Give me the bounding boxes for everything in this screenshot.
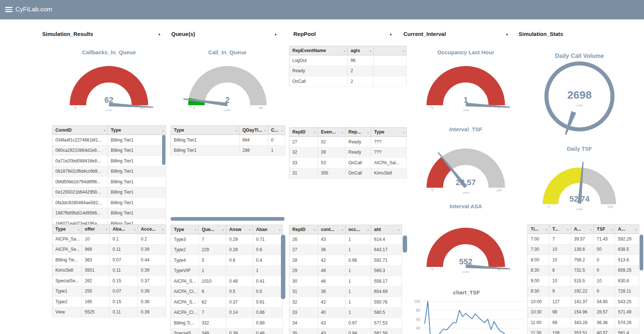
table-row[interactable]: 27361643.17 — [289, 245, 402, 256]
queue-horizontal-scrollbar[interactable] — [171, 217, 285, 221]
table-row[interactable]: 8:308731.50659.25 — [528, 265, 639, 276]
table-row[interactable]: 33401580.5 — [289, 308, 402, 318]
table-row[interactable]: SpecialSe...2620.150.37 — [52, 276, 166, 286]
column-header-offer[interactable]: offer▲ — [82, 225, 110, 234]
table-row[interactable]: 31355OnCallKimsSkill — [289, 168, 407, 179]
table-row[interactable]: 9:309192.220728.11 — [528, 286, 639, 297]
queue-stats-vertical-scrollbar[interactable] — [281, 235, 285, 299]
table-row[interactable]: KimsSkill35010.110.39 — [52, 265, 166, 276]
column-header-a[interactable]: A...▲ — [615, 225, 639, 234]
table-row[interactable]: 31361654.69 — [289, 287, 402, 297]
table-row[interactable]: 7:3010139.650638.5 — [528, 245, 639, 255]
table-row[interactable]: 7:00739.5771.43592.29 — [528, 234, 639, 245]
column-header-blank[interactable]: ▲ — [374, 46, 407, 55]
table-row[interactable]: 29461569.3 — [289, 266, 402, 276]
column-header-type[interactable]: Type▲ — [171, 126, 239, 135]
column-header-type[interactable]: Type▲ — [171, 225, 199, 234]
table-row[interactable]: AICPA_Cl...60.50.5 — [171, 287, 283, 297]
column-header-type[interactable]: Type▲ — [108, 126, 166, 135]
table-row[interactable]: 0b1879d2cf6d4cc6b9...Billing Tier1 — [52, 166, 166, 177]
column-header-aban[interactable]: Aban▲ — [253, 225, 283, 234]
table-row[interactable]: AICPA_Se...9690.110.39 — [52, 245, 166, 255]
table-row[interactable]: Billing Tier16640 — [171, 135, 285, 146]
panel-collapse-icon[interactable]: ▲ — [158, 32, 161, 36]
table-row[interactable]: AICPA_Sa...100.10.2 — [52, 234, 166, 245]
table-row[interactable]: SpecialS...3490.390.48 — [171, 329, 283, 334]
column-header-c[interactable]: C...▲ — [268, 126, 285, 135]
column-header-type[interactable]: Type▲ — [371, 128, 407, 136]
conn-table-vertical-scrollbar[interactable] — [162, 135, 165, 165]
column-header-aht[interactable]: aht▲ — [371, 225, 402, 234]
table-row[interactable]: 3239Ready??? — [289, 147, 407, 158]
column-header-tsf[interactable]: TSF▲ — [594, 225, 615, 234]
table-row[interactable]: 1887fb89fa514d9586...Billing Tier1 — [52, 208, 166, 219]
table-row[interactable]: LogOut96 — [289, 55, 407, 66]
table-cell: 0.6 — [253, 245, 283, 255]
column-header-que[interactable]: Que...▲ — [199, 225, 226, 234]
column-header-a[interactable]: A...▲ — [571, 225, 594, 234]
column-header-even[interactable]: Even...▲ — [318, 128, 345, 136]
column-header-cont[interactable]: cont...▲ — [318, 225, 345, 234]
table-row[interactable]: 11:30106353.5140.57561.4 — [528, 328, 639, 334]
table-row[interactable]: Billing Ti...3320.89 — [171, 318, 283, 329]
table-cell: 34.65 — [594, 297, 615, 307]
table-row[interactable]: 26431614.4 — [289, 234, 402, 245]
column-header-acce[interactable]: Acce...▲ — [138, 225, 166, 234]
table-row[interactable]: 35430.94561.58 — [289, 329, 402, 334]
table-row[interactable]: Type22290.280.6 — [171, 245, 283, 256]
column-header-repid[interactable]: RepID▲ — [289, 128, 318, 136]
table-row[interactable]: 11:0099343.2836.36574.26 — [528, 318, 639, 328]
table-row[interactable]: AICPA_Cl...70.140.86 — [171, 308, 283, 318]
column-header-qdayti[interactable]: QDayTi...▲ — [239, 126, 268, 135]
column-header-repid[interactable]: RepID▲ — [289, 225, 318, 234]
column-header-connid[interactable]: ConnID▲ — [52, 126, 108, 135]
table-row[interactable]: 0fa3dc9280464ae582...Billing Tier1 — [52, 198, 166, 208]
table-row[interactable]: Type21650.150.38 — [52, 297, 166, 307]
panel-collapse-icon[interactable]: ▲ — [389, 32, 392, 36]
table-row[interactable]: 32421550.76 — [289, 297, 402, 308]
column-header-rep[interactable]: Rep...▲ — [345, 128, 371, 136]
table-cell: 0 — [594, 265, 615, 276]
table-row[interactable]: TypeVIP11 — [171, 266, 283, 276]
column-header-occ[interactable]: occ...▲ — [345, 225, 371, 234]
table-row[interactable]: 34430.97577.53 — [289, 318, 402, 329]
column-header-ti[interactable]: Ti...▲ — [528, 225, 549, 234]
table-row[interactable]: 2732Ready??? — [289, 137, 407, 147]
table-row[interactable]: Billing Tier12881 — [171, 146, 285, 156]
table-row[interactable]: 0a71e20bd088416e8...Billing Tier1 — [52, 156, 166, 166]
column-header-answ[interactable]: Answ▲ — [226, 225, 253, 234]
table-row[interactable]: OnCall2 — [289, 76, 407, 87]
rep-stats-vertical-scrollbar[interactable] — [403, 235, 407, 253]
table-row[interactable]: View55250.110.39 — [52, 307, 166, 318]
table-row[interactable]: 3353OnCallAICPA_Sal... — [289, 158, 407, 168]
table-row[interactable]: 28420.96592.71 — [289, 255, 402, 266]
table-row[interactable]: Billing Tie...3630.070.44 — [52, 255, 166, 265]
table-row[interactable]: 30461558.17 — [289, 276, 402, 287]
table-row[interactable]: 0e1293021b6442958...Billing Tier1 — [52, 187, 166, 198]
panel-collapse-icon[interactable]: ▲ — [505, 32, 509, 36]
table-row[interactable]: 0bfd50bb1b794d8f96...Billing Tier1 — [52, 177, 166, 187]
table-row[interactable]: Type12550.070.39 — [52, 286, 166, 297]
table-cell: Billing Tier1 — [108, 177, 166, 187]
table-cell: 0.11 — [110, 265, 138, 276]
column-header-agts[interactable]: agts▲ — [348, 46, 374, 55]
table-row[interactable]: Ready2 — [289, 66, 407, 77]
column-header-t[interactable]: T...▲ — [549, 225, 571, 234]
column-header-type[interactable]: Type▲ — [52, 225, 82, 234]
table-row[interactable]: AICPA_S...620.370.61 — [171, 297, 283, 308]
panel-collapse-icon[interactable]: ▲ — [274, 32, 277, 36]
table-row[interactable]: Type450.60.4 — [171, 255, 283, 266]
table-row[interactable]: Type370.290.71 — [171, 234, 283, 245]
interval-stats-vertical-scrollbar[interactable] — [640, 235, 643, 271]
table-row[interactable]: 9:0010515.510630.8 — [528, 276, 639, 286]
table-row[interactable]: 10:3098154.9628.57571.49 — [528, 307, 639, 318]
column-header-repeventname[interactable]: RepEventName▲ — [289, 46, 348, 55]
table-row[interactable]: AICPA_S...10100.480.41 — [171, 276, 283, 287]
column-header-aba[interactable]: Aba...▲ — [110, 225, 138, 234]
table-row[interactable]: 8:0010758.20513.6 — [528, 255, 639, 265]
hamburger-menu-icon[interactable] — [5, 7, 12, 12]
table-row[interactable]: 060ca29210864d2e9...Billing Tier1 — [52, 146, 166, 156]
table-cell: 332 — [199, 318, 226, 328]
table-row[interactable]: 034fa4f1c2274661bf1...Billing Tier1 — [52, 135, 166, 146]
table-row[interactable]: 10:00127141.3734.65543.25 — [528, 297, 639, 307]
